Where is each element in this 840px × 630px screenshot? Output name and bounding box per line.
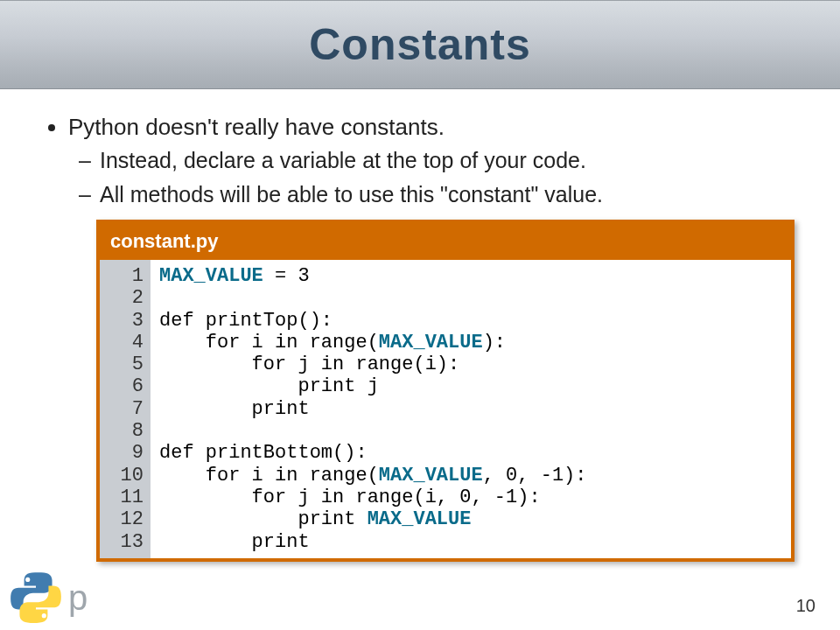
bullet-list: Python doesn't really have constants. In… — [44, 114, 805, 207]
sub-bullet-1: Instead, declare a variable at the top o… — [100, 148, 805, 173]
code-l4c: ): — [483, 332, 506, 354]
code-l12a: print — [159, 508, 368, 530]
svg-point-1 — [42, 613, 46, 618]
code-const-2: MAX_VALUE — [379, 332, 483, 354]
sub-bullet-2: All methods will be able to use this "co… — [100, 182, 805, 207]
bullet-main-text: Python doesn't really have constants. — [68, 114, 444, 140]
sub-bullet-list: Instead, declare a variable at the top o… — [68, 148, 805, 207]
code-l10c: , 0, -1): — [483, 465, 587, 486]
code-box-filename: constant.py — [100, 223, 791, 260]
code-l7: print — [159, 398, 310, 420]
python-icon — [7, 569, 65, 626]
code-l9: def printBottom(): — [159, 442, 368, 464]
code-l13: print — [159, 531, 310, 553]
slide-title: Constants — [309, 19, 530, 70]
code-const-3: MAX_VALUE — [379, 465, 483, 486]
code-l10a: for i in range( — [159, 465, 379, 486]
slide-content: Python doesn't really have constants. In… — [0, 89, 840, 562]
code-box: constant.py 1 2 3 4 5 6 7 8 9 10 11 12 1… — [96, 220, 794, 562]
code-content: MAX_VALUE = 3 def printTop(): for i in r… — [150, 260, 596, 558]
page-number: 10 — [796, 596, 816, 616]
code-l4a: for i in range( — [159, 332, 379, 354]
title-bar: Constants — [0, 0, 840, 89]
code-l3: def printTop(): — [159, 310, 332, 332]
code-const-4: MAX_VALUE — [368, 508, 472, 530]
bullet-main: Python doesn't really have constants. In… — [68, 114, 805, 207]
code-l5: for j in range(i): — [159, 354, 459, 375]
code-l6: print j — [159, 375, 379, 397]
code-const-1: MAX_VALUE — [159, 265, 263, 287]
code-area: 1 2 3 4 5 6 7 8 9 10 11 12 13 MAX_VALUE … — [100, 260, 791, 558]
code-l11: for j in range(i, 0, -1): — [159, 486, 541, 508]
line-number-gutter: 1 2 3 4 5 6 7 8 9 10 11 12 13 — [100, 260, 150, 558]
python-logo-text: p — [68, 578, 88, 618]
code-l1b: = 3 — [263, 265, 310, 287]
svg-point-0 — [25, 578, 30, 582]
python-logo: p — [7, 569, 88, 626]
